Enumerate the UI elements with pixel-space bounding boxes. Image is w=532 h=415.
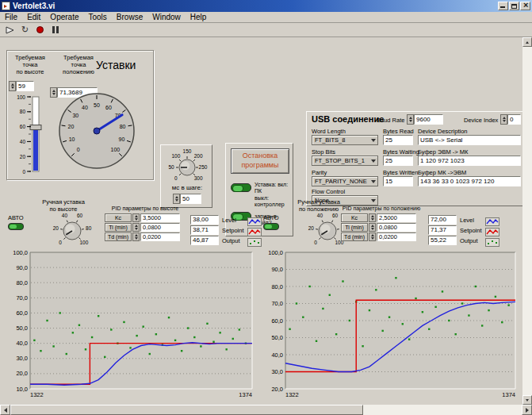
- td-height-value[interactable]: 0,0200: [140, 232, 180, 241]
- svg-text:0: 0: [77, 147, 80, 152]
- minimize-icon: [500, 6, 505, 8]
- ms-per-step-control[interactable]: 50: [173, 194, 201, 204]
- bytes-waiting-value: 25: [383, 156, 413, 166]
- menu-tools[interactable]: Tools: [84, 12, 112, 22]
- svg-text:90,0: 90,0: [271, 266, 283, 273]
- menu-edit[interactable]: Edit: [22, 12, 45, 22]
- svg-text:60,0: 60,0: [271, 317, 283, 325]
- abort-icon: [36, 26, 44, 33]
- kc-height-label: Kc: [105, 213, 132, 222]
- position-gauge[interactable]: 0102030405060708090100: [58, 92, 136, 170]
- bytes-read-label: Bytes Read: [383, 128, 414, 135]
- auto-height-toggle[interactable]: [8, 223, 24, 230]
- auto-position-toggle[interactable]: [263, 223, 279, 230]
- svg-text:300: 300: [194, 175, 203, 181]
- device-index-value[interactable]: 0: [507, 114, 521, 125]
- kc-position-spinner[interactable]: [369, 213, 376, 222]
- setpoints-group: Требуемая точка по высоте Требуемая точк…: [6, 50, 154, 180]
- scroll-left-button[interactable]: [0, 405, 10, 415]
- height-spinner[interactable]: [9, 81, 16, 91]
- height-indicators: 38,00 Level 38,71 Setpoint 46,87 Output: [190, 215, 263, 247]
- ti-position-value[interactable]: 0,0800: [377, 223, 416, 232]
- device-description-label: Device Description: [418, 128, 468, 135]
- menu-file[interactable]: File: [0, 12, 22, 22]
- run-continuous-icon: ↻: [21, 25, 29, 34]
- vi-toolbar: ↻: [0, 23, 532, 37]
- ti-height-value[interactable]: 0,0800: [140, 223, 180, 232]
- device-description-value: USB <-> Serial: [418, 135, 521, 145]
- svg-text:20,0: 20,0: [16, 370, 28, 377]
- svg-text:0: 0: [22, 169, 25, 175]
- td-position-spinner[interactable]: [369, 232, 376, 241]
- height-slider[interactable]: 100806040200: [10, 92, 42, 176]
- pid-height-cluster: PID параметры по высоте Kc 3,5000 Ti (mi…: [105, 206, 186, 244]
- ti-position-spinner[interactable]: [369, 223, 376, 232]
- device-index-spinner[interactable]: [500, 114, 507, 125]
- svg-text:150: 150: [183, 148, 192, 154]
- baud-spinner[interactable]: [407, 114, 414, 125]
- run-continuous-button[interactable]: ↻: [18, 25, 32, 36]
- run-button[interactable]: [3, 25, 17, 36]
- svg-text:90,0: 90,0: [16, 264, 28, 271]
- required-height-control[interactable]: 59: [9, 81, 34, 91]
- height-level-value: 38,00: [190, 215, 219, 225]
- menu-browse[interactable]: Browse: [112, 12, 147, 22]
- td-position-value[interactable]: 0,0200: [377, 232, 416, 241]
- minimize-button[interactable]: [498, 2, 508, 10]
- svg-text:50,0: 50,0: [16, 325, 28, 332]
- flow-control-label: Flow Control: [312, 188, 345, 195]
- abort-button[interactable]: [33, 25, 47, 36]
- height-level-legend-icon: [247, 215, 262, 224]
- bytes-written-label: Bytes Written: [383, 169, 418, 176]
- svg-text:40,0: 40,0: [16, 340, 28, 347]
- menu-window[interactable]: Window: [147, 12, 186, 22]
- setpoint-source-toggle[interactable]: [231, 183, 251, 192]
- parity-label: Parity: [312, 169, 327, 176]
- scroll-up-button[interactable]: [522, 37, 532, 47]
- window-titlebar[interactable]: Vertolet3.vi: [0, 0, 532, 12]
- parity-ring[interactable]: FT_PARITY_NONE: [312, 176, 378, 186]
- svg-text:250: 250: [199, 164, 208, 170]
- height-level-label: Level: [222, 217, 236, 224]
- maximize-button[interactable]: [509, 2, 519, 10]
- vertical-scrollbar[interactable]: [522, 37, 532, 405]
- horizontal-scrollbar[interactable]: [0, 405, 532, 415]
- stop-bits-ring[interactable]: FT_STOP_BITS_1: [312, 156, 378, 166]
- svg-text:50,0: 50,0: [271, 334, 283, 341]
- device-index-control[interactable]: 0: [500, 114, 521, 125]
- scroll-left-icon: [4, 408, 7, 413]
- ti-height-spinner[interactable]: [132, 223, 140, 232]
- menu-operate[interactable]: Operate: [45, 12, 83, 22]
- svg-text:90: 90: [118, 136, 124, 142]
- ms-spinner[interactable]: [173, 194, 180, 204]
- kc-height-value[interactable]: 3,5000: [140, 213, 180, 222]
- ms-per-step-knob[interactable]: 050100150200250300: [163, 147, 212, 183]
- svg-text:60: 60: [77, 213, 83, 218]
- baud-rate-value[interactable]: 9600: [414, 114, 443, 125]
- stop-program-button[interactable]: Остановка программы: [231, 148, 289, 174]
- manual-height-cluster: Ручная уставка по высоте АВТО 0204060801…: [6, 198, 105, 248]
- menu-help[interactable]: Help: [186, 12, 212, 22]
- close-button[interactable]: [520, 2, 530, 10]
- labview-vi-icon: [2, 2, 10, 10]
- position-setpoint-legend-icon: [485, 225, 499, 234]
- horizontal-scroll-thumb[interactable]: [10, 405, 363, 415]
- word-length-ring[interactable]: FT_BITS_8: [312, 135, 378, 145]
- svg-text:40: 40: [317, 213, 323, 218]
- required-height-value[interactable]: 59: [16, 81, 34, 91]
- scroll-down-button[interactable]: [522, 395, 532, 405]
- svg-text:100: 100: [171, 153, 180, 159]
- svg-text:20,0: 20,0: [271, 386, 283, 393]
- kc-position-value[interactable]: 2,5000: [377, 213, 416, 222]
- manual-height-knob[interactable]: 020406080100: [41, 209, 103, 248]
- baud-rate-control[interactable]: 9600: [407, 114, 443, 125]
- position-spinner[interactable]: [50, 87, 57, 98]
- kc-height-spinner[interactable]: [132, 213, 140, 222]
- svg-text:80: 80: [86, 225, 92, 231]
- ms-per-step-value[interactable]: 50: [180, 194, 201, 204]
- scroll-right-button[interactable]: [522, 405, 532, 415]
- usb-cluster: USB соединение Baud Rate 9600 Device Ind…: [306, 111, 523, 206]
- td-height-spinner[interactable]: [132, 232, 140, 241]
- pause-button[interactable]: [48, 25, 62, 36]
- scroll-up-icon: [526, 41, 529, 44]
